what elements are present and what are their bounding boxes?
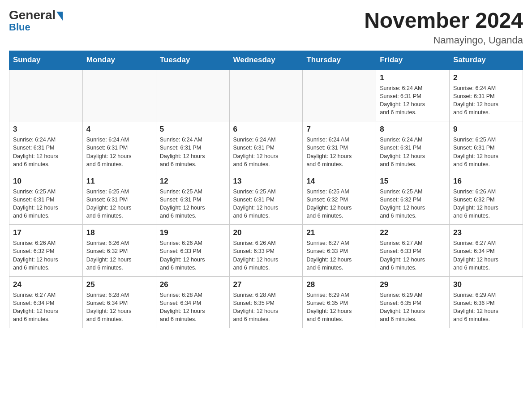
calendar-cell: 8Sunrise: 6:24 AM Sunset: 6:31 PM Daylig… xyxy=(376,121,450,173)
day-info: Sunrise: 6:25 AM Sunset: 6:31 PM Dayligh… xyxy=(453,136,519,168)
calendar-week-1: 1Sunrise: 6:24 AM Sunset: 6:31 PM Daylig… xyxy=(9,69,523,121)
day-info: Sunrise: 6:26 AM Sunset: 6:32 PM Dayligh… xyxy=(13,239,79,272)
day-number: 14 xyxy=(306,177,372,186)
day-info: Sunrise: 6:29 AM Sunset: 6:36 PM Dayligh… xyxy=(453,291,519,324)
calendar-cell: 14Sunrise: 6:25 AM Sunset: 6:32 PM Dayli… xyxy=(303,173,376,225)
calendar-header-tuesday: Tuesday xyxy=(156,51,229,69)
calendar-cell: 18Sunrise: 6:26 AM Sunset: 6:32 PM Dayli… xyxy=(82,225,156,277)
day-info: Sunrise: 6:26 AM Sunset: 6:33 PM Dayligh… xyxy=(160,239,226,272)
calendar-cell: 11Sunrise: 6:25 AM Sunset: 6:31 PM Dayli… xyxy=(82,173,156,225)
day-info: Sunrise: 6:24 AM Sunset: 6:31 PM Dayligh… xyxy=(380,136,446,168)
day-number: 29 xyxy=(380,280,446,289)
day-info: Sunrise: 6:25 AM Sunset: 6:31 PM Dayligh… xyxy=(160,188,226,220)
calendar-cell: 1Sunrise: 6:24 AM Sunset: 6:31 PM Daylig… xyxy=(376,69,450,121)
day-info: Sunrise: 6:27 AM Sunset: 6:34 PM Dayligh… xyxy=(453,239,519,272)
calendar-cell: 13Sunrise: 6:25 AM Sunset: 6:31 PM Dayli… xyxy=(229,173,303,225)
day-number: 11 xyxy=(86,177,152,186)
page-header: General Blue November 2024 Namayingo, Ug… xyxy=(9,9,523,46)
day-number: 6 xyxy=(233,125,299,134)
day-info: Sunrise: 6:29 AM Sunset: 6:35 PM Dayligh… xyxy=(306,291,372,324)
logo: General Blue xyxy=(9,9,63,33)
calendar-header-row: SundayMondayTuesdayWednesdayThursdayFrid… xyxy=(9,51,523,69)
day-number: 25 xyxy=(86,280,152,289)
calendar-cell: 23Sunrise: 6:27 AM Sunset: 6:34 PM Dayli… xyxy=(450,225,523,277)
calendar-header-friday: Friday xyxy=(376,51,450,69)
day-number: 21 xyxy=(306,228,372,237)
day-number: 13 xyxy=(233,177,299,186)
day-info: Sunrise: 6:26 AM Sunset: 6:32 PM Dayligh… xyxy=(453,188,519,220)
calendar-cell: 30Sunrise: 6:29 AM Sunset: 6:36 PM Dayli… xyxy=(450,276,523,328)
day-number: 17 xyxy=(13,228,79,237)
day-info: Sunrise: 6:27 AM Sunset: 6:34 PM Dayligh… xyxy=(13,291,79,324)
day-info: Sunrise: 6:26 AM Sunset: 6:33 PM Dayligh… xyxy=(233,239,299,272)
day-info: Sunrise: 6:27 AM Sunset: 6:33 PM Dayligh… xyxy=(380,239,446,272)
calendar-week-5: 24Sunrise: 6:27 AM Sunset: 6:34 PM Dayli… xyxy=(9,276,523,328)
calendar-table: SundayMondayTuesdayWednesdayThursdayFrid… xyxy=(9,51,523,329)
day-info: Sunrise: 6:25 AM Sunset: 6:31 PM Dayligh… xyxy=(13,188,79,220)
day-info: Sunrise: 6:26 AM Sunset: 6:32 PM Dayligh… xyxy=(86,239,152,272)
day-number: 26 xyxy=(160,280,226,289)
day-number: 18 xyxy=(86,228,152,237)
day-info: Sunrise: 6:28 AM Sunset: 6:35 PM Dayligh… xyxy=(233,291,299,324)
calendar-cell: 28Sunrise: 6:29 AM Sunset: 6:35 PM Dayli… xyxy=(303,276,376,328)
calendar-cell: 3Sunrise: 6:24 AM Sunset: 6:31 PM Daylig… xyxy=(9,121,83,173)
calendar-header-thursday: Thursday xyxy=(303,51,376,69)
day-info: Sunrise: 6:25 AM Sunset: 6:31 PM Dayligh… xyxy=(86,188,152,220)
day-number: 28 xyxy=(306,280,372,289)
calendar-cell: 19Sunrise: 6:26 AM Sunset: 6:33 PM Dayli… xyxy=(156,225,229,277)
calendar-cell xyxy=(303,69,376,121)
day-number: 3 xyxy=(13,125,79,134)
calendar-cell: 27Sunrise: 6:28 AM Sunset: 6:35 PM Dayli… xyxy=(229,276,303,328)
day-info: Sunrise: 6:24 AM Sunset: 6:31 PM Dayligh… xyxy=(86,136,152,168)
month-title: November 2024 xyxy=(364,9,523,33)
day-info: Sunrise: 6:28 AM Sunset: 6:34 PM Dayligh… xyxy=(86,291,152,324)
day-number: 7 xyxy=(306,125,372,134)
day-number: 10 xyxy=(13,177,79,186)
day-info: Sunrise: 6:27 AM Sunset: 6:33 PM Dayligh… xyxy=(306,239,372,272)
calendar-cell xyxy=(9,69,83,121)
day-number: 15 xyxy=(380,177,446,186)
calendar-cell xyxy=(82,69,156,121)
day-number: 23 xyxy=(453,228,519,237)
calendar-cell: 26Sunrise: 6:28 AM Sunset: 6:34 PM Dayli… xyxy=(156,276,229,328)
calendar-week-2: 3Sunrise: 6:24 AM Sunset: 6:31 PM Daylig… xyxy=(9,121,523,173)
day-number: 27 xyxy=(233,280,299,289)
day-number: 24 xyxy=(13,280,79,289)
day-info: Sunrise: 6:24 AM Sunset: 6:31 PM Dayligh… xyxy=(453,84,519,117)
day-info: Sunrise: 6:24 AM Sunset: 6:31 PM Dayligh… xyxy=(380,84,446,117)
title-block: November 2024 Namayingo, Uganda xyxy=(364,9,523,46)
day-info: Sunrise: 6:24 AM Sunset: 6:31 PM Dayligh… xyxy=(233,136,299,168)
day-number: 20 xyxy=(233,228,299,237)
calendar-cell: 20Sunrise: 6:26 AM Sunset: 6:33 PM Dayli… xyxy=(229,225,303,277)
location: Namayingo, Uganda xyxy=(364,34,523,46)
logo-blue-text: Blue xyxy=(9,21,30,33)
calendar-week-3: 10Sunrise: 6:25 AM Sunset: 6:31 PM Dayli… xyxy=(9,173,523,225)
calendar-cell: 22Sunrise: 6:27 AM Sunset: 6:33 PM Dayli… xyxy=(376,225,450,277)
calendar-cell: 4Sunrise: 6:24 AM Sunset: 6:31 PM Daylig… xyxy=(82,121,156,173)
day-number: 5 xyxy=(160,125,226,134)
calendar-cell: 29Sunrise: 6:29 AM Sunset: 6:35 PM Dayli… xyxy=(376,276,450,328)
day-number: 16 xyxy=(453,177,519,186)
calendar-week-4: 17Sunrise: 6:26 AM Sunset: 6:32 PM Dayli… xyxy=(9,225,523,277)
day-number: 1 xyxy=(380,73,446,82)
day-info: Sunrise: 6:28 AM Sunset: 6:34 PM Dayligh… xyxy=(160,291,226,324)
calendar-header-wednesday: Wednesday xyxy=(229,51,303,69)
day-number: 8 xyxy=(380,125,446,134)
day-number: 12 xyxy=(160,177,226,186)
day-info: Sunrise: 6:25 AM Sunset: 6:31 PM Dayligh… xyxy=(233,188,299,220)
calendar-cell: 15Sunrise: 6:25 AM Sunset: 6:32 PM Dayli… xyxy=(376,173,450,225)
calendar-cell xyxy=(156,69,229,121)
logo-general-text: General xyxy=(9,9,63,21)
calendar-cell: 25Sunrise: 6:28 AM Sunset: 6:34 PM Dayli… xyxy=(82,276,156,328)
calendar-cell: 7Sunrise: 6:24 AM Sunset: 6:31 PM Daylig… xyxy=(303,121,376,173)
calendar-cell xyxy=(229,69,303,121)
calendar-cell: 10Sunrise: 6:25 AM Sunset: 6:31 PM Dayli… xyxy=(9,173,83,225)
calendar-header-saturday: Saturday xyxy=(450,51,523,69)
calendar-header-monday: Monday xyxy=(82,51,156,69)
calendar-cell: 16Sunrise: 6:26 AM Sunset: 6:32 PM Dayli… xyxy=(450,173,523,225)
calendar-cell: 24Sunrise: 6:27 AM Sunset: 6:34 PM Dayli… xyxy=(9,276,83,328)
calendar-cell: 9Sunrise: 6:25 AM Sunset: 6:31 PM Daylig… xyxy=(450,121,523,173)
calendar-cell: 17Sunrise: 6:26 AM Sunset: 6:32 PM Dayli… xyxy=(9,225,83,277)
calendar-cell: 5Sunrise: 6:24 AM Sunset: 6:31 PM Daylig… xyxy=(156,121,229,173)
day-number: 9 xyxy=(453,125,519,134)
